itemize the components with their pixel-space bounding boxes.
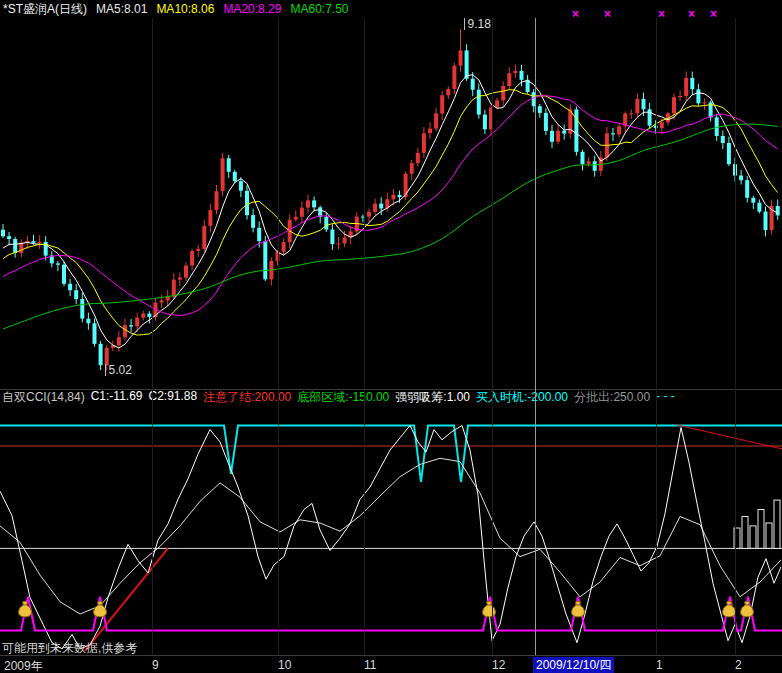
candle-body: [282, 242, 286, 252]
candle-body: [672, 97, 676, 113]
candle-body: [123, 325, 127, 337]
candle-body: [776, 206, 780, 215]
candle-body: [227, 158, 231, 172]
candle-body: [434, 113, 438, 128]
candle-body: [465, 50, 469, 78]
candle-body: [245, 191, 249, 215]
signal-x-marker: ×: [658, 8, 665, 20]
candle-body: [263, 241, 267, 279]
indicator-param-label: - - -: [656, 389, 675, 405]
indicator-param-label: 自双CCI(14,84): [2, 389, 85, 405]
candle-body: [160, 300, 164, 302]
candle-body: [544, 113, 548, 131]
month-gridline: [656, 18, 657, 655]
candle-body: [703, 102, 707, 103]
money-bag-icon: [94, 601, 107, 617]
signal-x-marker: ×: [710, 8, 717, 20]
candle-body: [68, 284, 72, 290]
money-bag-icon: [741, 601, 754, 617]
indicator-param-label: 买入时机:-200.00: [476, 389, 568, 405]
candle-body: [440, 95, 444, 113]
candle-body: [690, 78, 694, 89]
candle-body: [538, 106, 542, 113]
candle-body: [1, 230, 5, 237]
candle-body: [129, 325, 133, 326]
candle-body: [208, 210, 212, 226]
histogram-bar: [750, 526, 756, 549]
candle-body: [416, 153, 420, 163]
cci-indicator-panel[interactable]: [0, 405, 782, 655]
candle-body: [257, 228, 261, 241]
candle-body: [294, 217, 298, 220]
future-data-note: 可能用到未来数据,供参考: [2, 640, 137, 657]
candle-body: [611, 133, 615, 134]
axis-label: 10: [278, 658, 291, 672]
candle-body: [751, 198, 755, 203]
candle-body: [367, 212, 371, 217]
money-bag-icon: [572, 601, 585, 617]
candle-body: [398, 195, 402, 197]
candle-body: [80, 299, 84, 319]
candle-body: [117, 337, 121, 345]
stock-chart-window: *ST盛润A(日线) MA5:8.01MA10:8.06MA20:8.29MA6…: [0, 0, 782, 673]
candlestick-chart[interactable]: [0, 18, 782, 388]
candle-body: [581, 152, 585, 164]
candle-body: [428, 129, 432, 134]
indicator-param-label: 强弱吸筹:1.00: [395, 389, 470, 405]
candle-body: [629, 113, 633, 114]
month-gridline: [364, 18, 365, 655]
ma-label: MA60:7.50: [290, 2, 348, 16]
candle-body: [93, 323, 97, 344]
ma-label: MA5:8.01: [96, 2, 147, 16]
candle-body: [184, 266, 188, 278]
candle-body: [324, 217, 328, 230]
month-gridline: [152, 18, 153, 655]
strength-signal-line: [0, 426, 782, 483]
indicator-param-label: C2:91.88: [149, 389, 198, 405]
candle-body: [446, 89, 450, 95]
histogram-bar: [774, 500, 780, 548]
candle-body: [684, 78, 688, 96]
candle-body: [202, 226, 206, 249]
candle-body: [593, 161, 597, 171]
signal-x-marker: ×: [688, 8, 695, 20]
candle-body: [7, 236, 11, 239]
money-bag-icon: [723, 601, 736, 617]
month-gridline: [492, 18, 493, 655]
axis-date-highlight: 2009/12/10/四: [533, 657, 614, 673]
candle-body: [745, 180, 749, 198]
indicator-labels: 自双CCI(14,84)C1:-11.69C2:91.88注意了结:200.00…: [2, 389, 675, 405]
candle-body: [306, 200, 310, 207]
candle-body: [721, 136, 725, 143]
candle-body: [318, 207, 322, 216]
candle-body: [501, 86, 505, 100]
histogram-bar: [766, 523, 772, 548]
candle-body: [757, 203, 761, 212]
stock-title: *ST盛润A(日线): [3, 1, 87, 18]
time-axis[interactable]: 2009年9101112122009/12/10/四: [0, 655, 782, 673]
indicator-param-label: 分批出:250.00: [574, 389, 650, 405]
indicator-param-label: C1:-11.69: [91, 389, 143, 405]
candle-body: [221, 158, 225, 191]
candle-body: [330, 230, 334, 245]
candle-body: [74, 290, 78, 299]
histogram-bar: [742, 517, 748, 549]
candle-body: [483, 115, 487, 130]
ma5-line: [3, 75, 778, 348]
candle-body: [422, 133, 426, 153]
candle-body: [172, 280, 176, 297]
candle-body: [233, 172, 237, 181]
candle-body: [739, 176, 743, 181]
signal-x-marker: ×: [604, 8, 611, 20]
axis-label: 12: [492, 658, 505, 672]
candle-body: [696, 89, 700, 103]
month-gridline: [278, 18, 279, 655]
histogram-bar: [758, 510, 764, 549]
cci-line-c2: [0, 458, 781, 614]
candle-body: [239, 181, 243, 191]
candle-body: [520, 71, 524, 80]
crosshair-line[interactable]: [535, 18, 536, 655]
axis-label: 1: [656, 658, 663, 672]
candle-body: [215, 191, 219, 210]
candle-body: [147, 314, 151, 317]
